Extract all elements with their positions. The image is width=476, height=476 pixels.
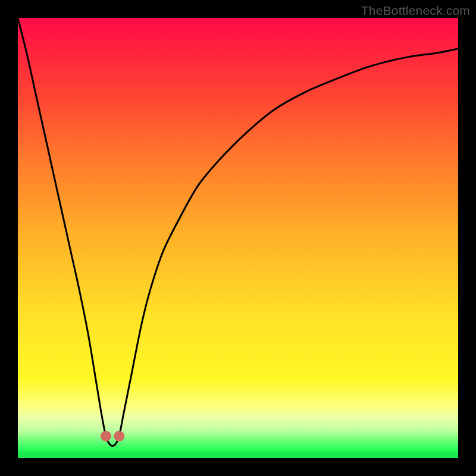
- bottleneck-curve: [18, 18, 458, 446]
- chart-svg: [18, 18, 458, 458]
- chart-plot-area: [18, 18, 458, 458]
- curve-min-markers: [101, 431, 124, 441]
- watermark-text: TheBottleneck.com: [361, 4, 470, 18]
- marker-min-right: [114, 431, 124, 441]
- chart-frame: TheBottleneck.com: [0, 0, 476, 476]
- marker-min-left: [101, 431, 111, 441]
- curve-path: [18, 18, 458, 446]
